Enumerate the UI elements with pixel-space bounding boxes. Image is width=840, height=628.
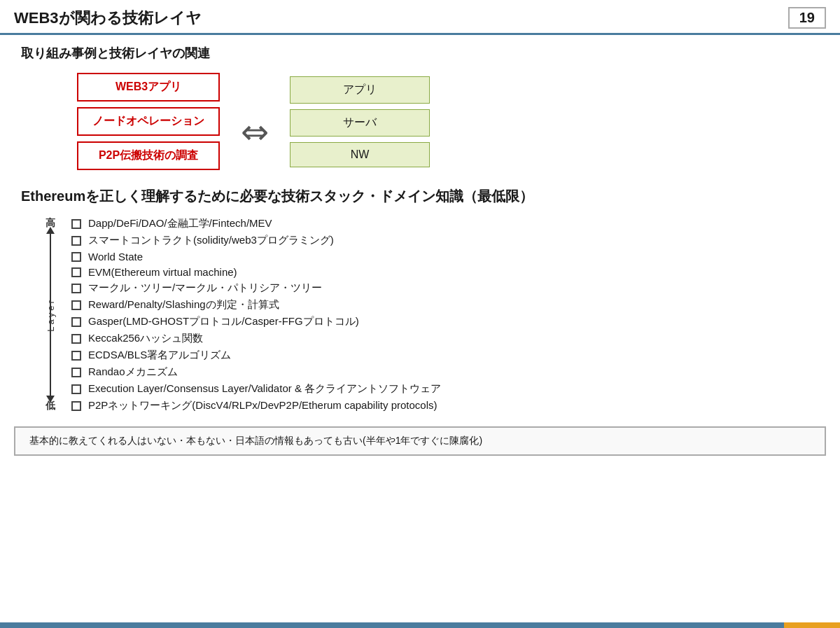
list-item: Reward/Penalty/Slashingの判定・計算式 — [71, 298, 819, 312]
list-item-text: Reward/Penalty/Slashingの判定・計算式 — [88, 298, 279, 312]
checkbox-icon — [71, 351, 81, 361]
list-item: Keccak256ハッシュ関数 — [71, 332, 819, 345]
items-list: Dapp/DeFi/DAO/金融工学/Fintech/MEVスマートコントラクト… — [71, 217, 819, 412]
axis-container: 高 Layer 低 — [35, 217, 66, 412]
axis-layer-label: Layer — [46, 298, 56, 332]
checkbox-icon — [71, 284, 81, 293]
right-box-app: アプリ — [290, 76, 430, 104]
section2-title: Ethereumを正しく理解するために必要な技術スタック・ドメイン知識（最低限） — [21, 187, 819, 206]
list-item-text: Keccak256ハッシュ関数 — [88, 332, 203, 345]
list-item: マークル・ツリー/マークル・パトリシア・ツリー — [71, 281, 819, 295]
list-item: Randaoメカニズム — [71, 365, 819, 379]
list-item-text: World State — [88, 251, 143, 263]
list-item: Dapp/DeFi/DAO/金融工学/Fintech/MEV — [71, 217, 819, 230]
list-item: Execution Layer/Consensus Layer/Validato… — [71, 382, 819, 396]
list-item-text: ECDSA/BLS署名アルゴリズム — [88, 349, 231, 362]
double-arrow-icon: ⇔ — [241, 116, 269, 149]
left-box-p2p: P2P伝搬技術の調査 — [77, 141, 220, 170]
checkbox-icon — [71, 334, 81, 344]
checkbox-icon — [71, 252, 81, 262]
list-item-text: マークル・ツリー/マークル・パトリシア・ツリー — [88, 281, 322, 295]
list-item: EVM(Ethereum virtual machine) — [71, 266, 819, 278]
footer-box: 基本的に教えてくれる人はいない・本もない・日本語の情報もあっても古い(半年や1年… — [14, 426, 826, 456]
diagram-area: WEB3アプリ ノードオペレーション P2P伝搬技術の調査 ⇔ アプリ サーバ … — [77, 73, 819, 170]
right-boxes: アプリ サーバ NW — [290, 76, 430, 167]
checkbox-icon — [71, 300, 81, 310]
left-boxes: WEB3アプリ ノードオペレーション P2P伝搬技術の調査 — [77, 73, 220, 170]
axis-arrow-down — [46, 396, 55, 403]
checkbox-icon — [71, 219, 81, 229]
left-box-web3app: WEB3アプリ — [77, 73, 220, 102]
axis-arrow-up — [46, 227, 55, 234]
checkbox-icon — [71, 236, 81, 246]
list-container: 高 Layer 低 Dapp/DeFi/DAO/金融工学/Fintech/MEV… — [35, 217, 819, 412]
list-item-text: Randaoメカニズム — [88, 365, 178, 379]
list-item-text: Execution Layer/Consensus Layer/Validato… — [88, 382, 441, 396]
page-number: 19 — [788, 7, 826, 29]
left-box-node: ノードオペレーション — [77, 107, 220, 136]
list-item: P2Pネットワーキング(DiscV4/RLPx/DevP2P/Etherum c… — [71, 399, 819, 412]
list-item: Gasper(LMD-GHOSTプロトコル/Casper-FFGプロトコル) — [71, 315, 819, 328]
checkbox-icon — [71, 368, 81, 377]
list-item-text: Dapp/DeFi/DAO/金融工学/Fintech/MEV — [88, 217, 272, 230]
section1-title: 取り組み事例と技術レイヤの関連 — [21, 45, 819, 62]
bottom-bar-orange — [784, 622, 840, 628]
right-box-nw: NW — [290, 142, 430, 167]
checkbox-icon — [71, 401, 81, 411]
list-item-text: スマートコントラクト(solidity/web3プログラミング) — [88, 234, 334, 247]
footer-text: 基本的に教えてくれる人はいない・本もない・日本語の情報もあっても古い(半年や1年… — [29, 435, 482, 446]
list-item-text: P2Pネットワーキング(DiscV4/RLPx/DevP2P/Etherum c… — [88, 399, 438, 412]
bottom-bar — [0, 622, 840, 628]
arrow-area: ⇔ — [220, 116, 290, 149]
list-item: ECDSA/BLS署名アルゴリズム — [71, 349, 819, 362]
list-item-text: Gasper(LMD-GHOSTプロトコル/Casper-FFGプロトコル) — [88, 315, 359, 328]
main-content: 取り組み事例と技術レイヤの関連 WEB3アプリ ノードオペレーション P2P伝搬… — [0, 35, 840, 419]
axis-line: Layer — [50, 232, 51, 397]
checkbox-icon — [71, 267, 81, 277]
list-item: スマートコントラクト(solidity/web3プログラミング) — [71, 234, 819, 247]
checkbox-icon — [71, 317, 81, 327]
page-title: WEB3が関わる技術レイヤ — [14, 8, 202, 29]
list-item: World State — [71, 251, 819, 263]
checkbox-icon — [71, 384, 81, 394]
right-box-server: サーバ — [290, 109, 430, 137]
list-item-text: EVM(Ethereum virtual machine) — [88, 266, 237, 278]
page-header: WEB3が関わる技術レイヤ 19 — [0, 0, 840, 35]
bottom-bar-teal — [0, 622, 784, 628]
